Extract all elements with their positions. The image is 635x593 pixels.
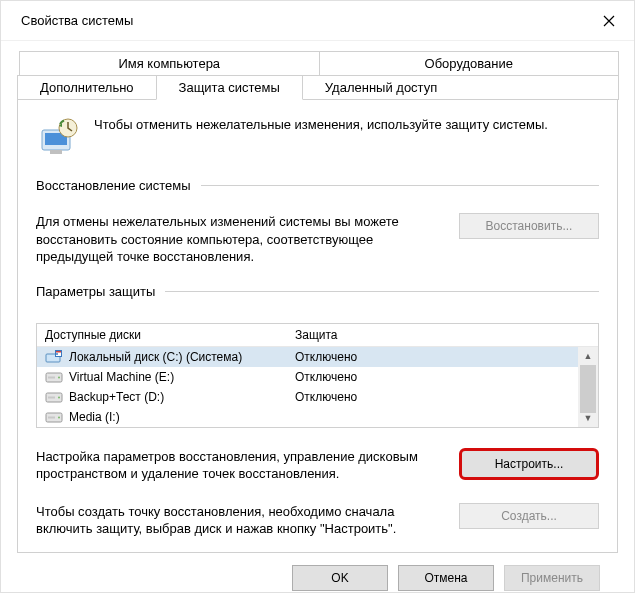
svg-rect-9 <box>56 353 58 355</box>
scrollbar[interactable]: ▲ ▼ <box>578 347 598 427</box>
drive-icon <box>45 350 63 364</box>
protection-heading-text: Параметры защиты <box>36 284 155 299</box>
configure-button[interactable]: Настроить... <box>459 448 599 480</box>
divider <box>201 185 599 186</box>
scroll-thumb[interactable] <box>580 365 596 413</box>
svg-point-14 <box>58 396 60 398</box>
restore-text: Для отмены нежелательных изменений систе… <box>36 213 439 266</box>
svg-rect-12 <box>48 376 55 378</box>
restore-heading-text: Восстановление системы <box>36 178 191 193</box>
divider <box>165 291 599 292</box>
ok-button[interactable]: OK <box>292 565 388 591</box>
drive-icon <box>45 390 63 404</box>
tab-advanced[interactable]: Дополнительно <box>17 75 157 100</box>
disk-table-body: Локальный диск (C:) (Система)ОтключеноVi… <box>37 347 598 427</box>
drive-protection: Отключено <box>295 390 590 404</box>
system-protection-icon <box>36 116 80 160</box>
tabs: Имя компьютера Оборудование Дополнительн… <box>17 51 618 100</box>
drive-protection: Отключено <box>295 350 590 364</box>
drive-protection: Отключено <box>295 370 590 384</box>
tab-system-protection[interactable]: Защита системы <box>156 75 303 100</box>
close-button[interactable] <box>584 1 634 41</box>
svg-rect-2 <box>50 150 62 154</box>
drive-name: Backup+Тест (D:) <box>69 390 295 404</box>
svg-rect-8 <box>56 351 61 353</box>
window-title: Свойства системы <box>21 13 133 28</box>
content-area: Имя компьютера Оборудование Дополнительн… <box>1 41 634 593</box>
titlebar: Свойства системы <box>1 1 634 41</box>
restore-button[interactable]: Восстановить... <box>459 213 599 239</box>
drive-icon <box>45 370 63 384</box>
close-icon <box>603 15 615 27</box>
table-row[interactable]: Локальный диск (C:) (Система)Отключено <box>37 347 598 367</box>
tab-hardware[interactable]: Оборудование <box>319 51 620 76</box>
column-protection[interactable]: Защита <box>287 324 576 346</box>
system-properties-window: Свойства системы Имя компьютера Оборудов… <box>0 0 635 593</box>
configure-row: Настройка параметров восстановления, упр… <box>36 448 599 483</box>
svg-point-17 <box>58 416 60 418</box>
table-row[interactable]: Backup+Тест (D:)Отключено <box>37 387 598 407</box>
create-button[interactable]: Создать... <box>459 503 599 529</box>
drive-name: Virtual Machine (E:) <box>69 370 295 384</box>
drive-name: Локальный диск (C:) (Система) <box>69 350 295 364</box>
create-row: Чтобы создать точку восстановления, необ… <box>36 503 599 538</box>
intro-text: Чтобы отменить нежелательные изменения, … <box>94 116 548 134</box>
section-restore-heading: Восстановление системы <box>36 178 599 193</box>
create-text: Чтобы создать точку восстановления, необ… <box>36 503 439 538</box>
column-drives[interactable]: Доступные диски <box>37 324 287 346</box>
column-scroll-spacer <box>576 324 598 346</box>
intro-row: Чтобы отменить нежелательные изменения, … <box>36 116 599 160</box>
table-row[interactable]: Virtual Machine (E:)Отключено <box>37 367 598 387</box>
dialog-footer: OK Отмена Применить <box>17 553 618 593</box>
tab-panel: Чтобы отменить нежелательные изменения, … <box>17 100 618 553</box>
section-protection-heading: Параметры защиты <box>36 284 599 299</box>
drive-name: Media (I:) <box>69 410 295 424</box>
disk-table-header: Доступные диски Защита <box>37 324 598 347</box>
svg-rect-15 <box>48 396 55 398</box>
svg-rect-18 <box>48 416 55 418</box>
disk-table: Доступные диски Защита Локальный диск (C… <box>36 323 599 428</box>
configure-text: Настройка параметров восстановления, упр… <box>36 448 439 483</box>
table-row[interactable]: Media (I:) <box>37 407 598 427</box>
restore-row: Для отмены нежелательных изменений систе… <box>36 213 599 266</box>
cancel-button[interactable]: Отмена <box>398 565 494 591</box>
svg-point-11 <box>58 376 60 378</box>
tab-remote[interactable]: Удаленный доступ <box>302 75 619 100</box>
tab-computer-name[interactable]: Имя компьютера <box>19 51 320 76</box>
scroll-up-icon[interactable]: ▲ <box>578 347 598 365</box>
drive-icon <box>45 410 63 424</box>
scroll-track[interactable] <box>578 365 598 409</box>
apply-button[interactable]: Применить <box>504 565 600 591</box>
